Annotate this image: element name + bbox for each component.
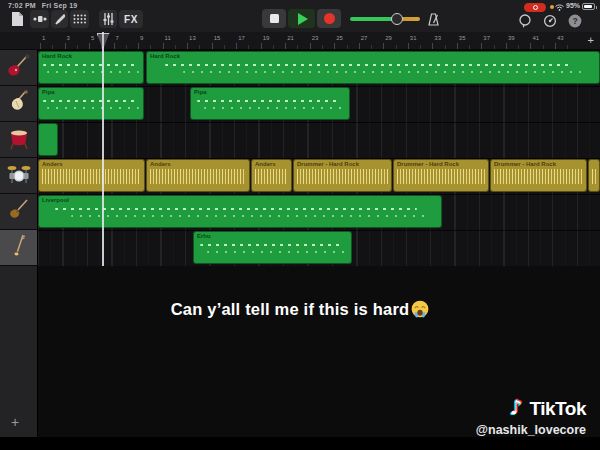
fx-button[interactable]: FX [119, 10, 143, 28]
fx-label: FX [124, 14, 138, 25]
transport-controls [262, 9, 341, 28]
wifi-icon [555, 3, 564, 11]
region-drummer-hard-rock[interactable]: Drummer - Hard Rock [490, 159, 587, 192]
audio-waveform [255, 169, 288, 184]
add-track-button[interactable]: + [11, 414, 19, 430]
master-volume-slider[interactable] [350, 17, 420, 21]
midi-notes [204, 107, 343, 109]
loop-browser-button[interactable] [516, 12, 534, 30]
mixer-sliders-icon [103, 13, 114, 25]
bar-number: 9 [140, 35, 143, 41]
metronome-button[interactable] [424, 10, 442, 28]
document-icon [11, 11, 24, 27]
region-drummer-hard-rock[interactable]: Drummer - Hard Rock [393, 159, 489, 192]
ruler-tick-minor [322, 45, 323, 49]
region-anders[interactable]: Anders [146, 159, 250, 192]
audio-waveform [150, 169, 246, 184]
svg-text:?: ? [572, 16, 577, 26]
region-anders[interactable]: Anders [251, 159, 292, 192]
ruler-tick [187, 43, 188, 49]
region-hard-rock[interactable]: Hard Rock [146, 51, 600, 84]
audio-waveform [297, 169, 388, 184]
midi-notes [183, 71, 581, 73]
midi-notes [43, 100, 137, 102]
loudly-crying-face-emoji [411, 300, 429, 318]
midi-notes [71, 215, 425, 217]
ruler-tick-minor [396, 45, 397, 49]
bar-number: 21 [287, 35, 294, 41]
settings-button[interactable] [541, 12, 559, 30]
sidebar-extension: + [0, 266, 38, 438]
ruler-tick [383, 43, 384, 49]
ruler-tick-minor [273, 45, 274, 49]
help-button[interactable]: ? [566, 12, 584, 30]
region-hard-rock[interactable]: Hard Rock [38, 51, 144, 84]
edit-button[interactable] [51, 10, 68, 28]
bar-number: 25 [336, 35, 343, 41]
ruler-tick [212, 43, 213, 49]
region-unlabeled[interactable] [588, 159, 600, 192]
ruler-tick-minor [445, 45, 446, 49]
bar-number: 3 [67, 35, 70, 41]
ruler-tick [261, 43, 262, 49]
ruler-tick-minor [150, 45, 151, 49]
track-controls-button[interactable] [99, 10, 117, 28]
record-button[interactable] [317, 9, 341, 28]
region-label: Drummer - Hard Rock [397, 161, 459, 167]
playhead[interactable] [102, 32, 104, 266]
mic-in-use-dot [550, 5, 554, 9]
ruler-tick-minor [52, 45, 53, 49]
audio-waveform [494, 169, 583, 184]
ruler-tick-minor [297, 45, 298, 49]
bar-number: 11 [165, 35, 171, 41]
region-drummer-hard-rock[interactable]: Drummer - Hard Rock [293, 159, 392, 192]
region-pipa[interactable]: Pipa [38, 87, 144, 120]
bar-number: 27 [361, 35, 368, 41]
screen-recording-indicator[interactable] [524, 3, 546, 12]
stop-button[interactable] [262, 9, 286, 28]
ruler-tick [432, 43, 433, 49]
ruler-tick-minor [77, 45, 78, 49]
garageband-screen: 7:02 PMFri Sep 19 FX [0, 0, 600, 450]
question-mark-icon: ? [568, 14, 582, 28]
ruler-tick-minor [347, 45, 348, 49]
bar-number: 15 [214, 35, 221, 41]
region-liverpool[interactable]: Liverpool [38, 195, 442, 228]
add-section-button[interactable]: + [588, 34, 594, 46]
play-button[interactable] [288, 9, 315, 28]
my-songs-button[interactable] [8, 10, 26, 28]
region-label: Erhu [197, 233, 211, 239]
bar-number: 35 [459, 35, 466, 41]
ruler-tick-minor [126, 45, 127, 49]
tiktok-note-icon: ♪♪♪ [510, 398, 526, 420]
bar-number: 7 [116, 35, 119, 41]
ruler-tick [138, 43, 139, 49]
bar-number: 1 [42, 35, 45, 41]
pencil-icon [54, 14, 65, 25]
volume-knob[interactable] [391, 13, 403, 25]
toolbar: 7:02 PMFri Sep 19 FX [0, 0, 600, 32]
midi-notes [165, 64, 572, 66]
midi-notes [200, 244, 341, 246]
timeline-ruler[interactable]: + 13579111315171921232527293133353739414… [0, 32, 600, 50]
bar-number: 41 [532, 35, 539, 41]
region-erhu[interactable]: Erhu [193, 231, 352, 264]
ruler-tick [40, 43, 41, 49]
tracks-view-button[interactable] [30, 10, 49, 28]
ruler-tick [506, 43, 507, 49]
regions-layer: Hard RockHard RockPipaPipaAndersAndersAn… [0, 50, 600, 266]
region-pipa[interactable]: Pipa [190, 87, 350, 120]
date-text: Fri Sep 19 [42, 2, 77, 9]
ruler-tick [481, 43, 482, 49]
region-anders[interactable]: Anders [38, 159, 145, 192]
tiktok-brand-text: TikTok [530, 398, 586, 420]
ruler-tick-minor [469, 45, 470, 49]
bar-number: 5 [91, 35, 94, 41]
bar-number: 39 [508, 35, 515, 41]
ruler-tick-minor [224, 45, 225, 49]
bar-number: 31 [410, 35, 417, 41]
region-label: Drummer - Hard Rock [297, 161, 359, 167]
region-unlabeled[interactable] [38, 123, 58, 156]
live-loops-button[interactable] [70, 10, 89, 28]
midi-notes [207, 251, 345, 253]
